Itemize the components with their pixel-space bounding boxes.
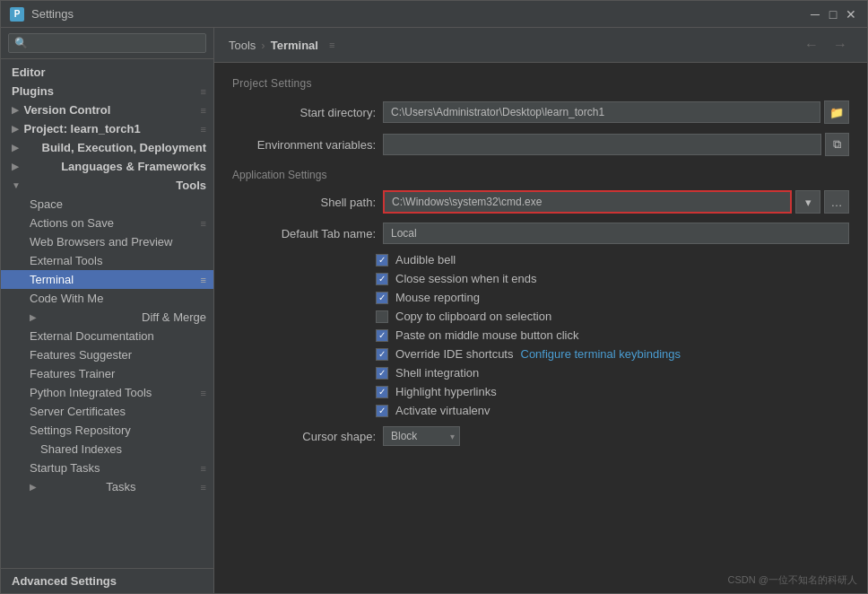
env-variables-input[interactable]: [383, 134, 821, 155]
shell-integration-label: Shell integration: [395, 366, 479, 380]
back-button[interactable]: ←: [799, 35, 824, 55]
shell-path-dropdown-button[interactable]: ▾: [795, 190, 820, 214]
main-content: Editor Plugins ▶ Version Control ≡ ▶ Pro…: [1, 28, 867, 593]
activate-virtualenv-label: Activate virtualenv: [395, 404, 490, 417]
sidebar-item-startup-tasks[interactable]: Startup Tasks: [1, 459, 213, 477]
sidebar-item-editor[interactable]: Editor: [1, 63, 213, 82]
sidebar-item-external-doc[interactable]: External Documentation: [1, 327, 213, 345]
sidebar-item-server-certificates[interactable]: Server Certificates: [1, 402, 213, 421]
activate-virtualenv-row: Activate virtualenv: [232, 404, 849, 417]
cursor-shape-row: Cursor shape: Block Underline Bar ▾: [232, 426, 849, 446]
breadcrumb-bar: Tools › Terminal ≡ ← →: [214, 28, 867, 63]
title-bar-left: P Settings: [10, 7, 74, 22]
audible-bell-label: Audible bell: [395, 253, 456, 266]
maximize-button[interactable]: □: [826, 7, 840, 22]
breadcrumb-parent: Tools: [229, 39, 256, 52]
sidebar-item-tasks[interactable]: ▶ Tasks: [1, 477, 213, 496]
expand-icon: ▶: [30, 482, 37, 492]
mouse-reporting-row: Mouse reporting: [232, 291, 849, 304]
shell-path-row: Shell path: ▾ …: [232, 190, 849, 214]
mouse-reporting-checkbox[interactable]: [376, 292, 388, 304]
search-box: [1, 28, 213, 59]
sidebar-item-plugins[interactable]: Plugins: [1, 82, 213, 100]
nav-arrows: ← →: [799, 35, 853, 55]
cursor-shape-select[interactable]: Block Underline Bar: [383, 426, 460, 446]
breadcrumb-separator: ›: [261, 39, 265, 52]
sidebar-item-settings-repository[interactable]: Settings Repository: [1, 421, 213, 440]
default-tab-label: Default Tab name:: [232, 227, 376, 240]
override-ide-checkbox[interactable]: [376, 348, 388, 361]
paste-middle-label: Paste on middle mouse button click: [395, 328, 579, 342]
window-title: Settings: [31, 7, 74, 21]
sidebar-list: Editor Plugins ▶ Version Control ≡ ▶ Pro…: [1, 59, 213, 568]
right-panel: Tools › Terminal ≡ ← → Project Settings …: [214, 28, 867, 593]
default-tab-input[interactable]: [383, 223, 849, 244]
highlight-hyperlinks-label: Highlight hyperlinks: [395, 385, 497, 398]
sidebar-item-external-tools[interactable]: External Tools: [1, 251, 213, 270]
paste-middle-row: Paste on middle mouse button click: [232, 328, 849, 342]
search-input[interactable]: [8, 33, 206, 53]
highlight-hyperlinks-row: Highlight hyperlinks: [232, 385, 849, 398]
expand-icon: ▶: [12, 162, 19, 171]
sidebar-item-tools[interactable]: ▼ Tools: [1, 176, 213, 195]
close-session-checkbox[interactable]: [376, 273, 388, 285]
sidebar-item-python-integrated[interactable]: Python Integrated Tools: [1, 383, 213, 402]
shell-path-label: Shell path:: [232, 196, 376, 209]
sidebar-item-features-suggester[interactable]: Features Suggester: [1, 345, 213, 364]
audible-bell-checkbox[interactable]: [376, 254, 388, 266]
breadcrumb-current: Terminal: [271, 39, 318, 52]
sidebar-item-languages[interactable]: ▶ Languages & Frameworks: [1, 157, 213, 176]
sidebar-item-diff-merge[interactable]: ▶ Diff & Merge: [1, 308, 213, 327]
configure-keybindings-link[interactable]: Configure terminal keybindings: [521, 347, 681, 361]
sidebar: Editor Plugins ▶ Version Control ≡ ▶ Pro…: [1, 28, 214, 593]
shell-integration-row: Shell integration: [232, 366, 849, 380]
shell-path-input[interactable]: [383, 190, 792, 214]
expand-icon: ▶: [12, 143, 19, 153]
window-controls: ─ □ ✕: [808, 7, 858, 22]
expand-icon-tools: ▼: [12, 180, 21, 190]
copy-clipboard-label: Copy to clipboard on selection: [395, 310, 551, 323]
shell-path-browse-button[interactable]: …: [824, 190, 849, 214]
expand-icon: ▶: [12, 124, 19, 134]
folder-icon: 📁: [829, 106, 844, 119]
sidebar-item-features-trainer[interactable]: Features Trainer: [1, 364, 213, 383]
env-variables-field: ⧉: [383, 133, 849, 156]
close-session-label: Close session when it ends: [395, 272, 537, 285]
start-directory-label: Start directory:: [232, 106, 376, 119]
sidebar-item-actions-on-save[interactable]: Actions on Save: [1, 214, 213, 232]
sidebar-item-project[interactable]: ▶ Project: learn_torch1 ≡: [1, 119, 213, 138]
sidebar-item-code-with-me[interactable]: Code With Me: [1, 289, 213, 308]
sidebar-item-terminal[interactable]: Terminal: [1, 270, 213, 289]
copy-clipboard-checkbox[interactable]: [376, 310, 388, 323]
sidebar-item-build[interactable]: ▶ Build, Execution, Deployment: [1, 138, 213, 157]
sidebar-item-version-control[interactable]: ▶ Version Control ≡: [1, 100, 213, 119]
app-icon: P: [10, 7, 24, 22]
override-ide-row: Override IDE shortcuts Configure termina…: [232, 347, 849, 361]
env-variables-row: Environment variables: ⧉: [232, 133, 849, 156]
breadcrumb: Tools › Terminal ≡: [229, 39, 334, 52]
highlight-hyperlinks-checkbox[interactable]: [376, 386, 388, 398]
sidebar-item-space[interactable]: Space: [1, 195, 213, 214]
close-session-row: Close session when it ends: [232, 272, 849, 285]
activate-virtualenv-checkbox[interactable]: [376, 405, 388, 417]
advanced-settings-label: Advanced Settings: [12, 574, 117, 588]
default-tab-row: Default Tab name:: [232, 223, 849, 244]
sidebar-footer[interactable]: Advanced Settings: [1, 568, 213, 593]
audible-bell-row: Audible bell: [232, 253, 849, 266]
close-button[interactable]: ✕: [844, 7, 858, 22]
start-directory-row: Start directory: 📁: [232, 100, 849, 124]
settings-window: P Settings ─ □ ✕ Editor Plugins ▶ Versio…: [0, 0, 868, 594]
forward-button[interactable]: →: [828, 35, 853, 55]
sidebar-item-web-browsers[interactable]: Web Browsers and Preview: [1, 232, 213, 251]
default-tab-field: [383, 223, 849, 244]
paste-middle-checkbox[interactable]: [376, 329, 388, 342]
override-ide-label: Override IDE shortcuts: [395, 347, 514, 361]
start-directory-browse-button[interactable]: 📁: [824, 100, 849, 124]
start-directory-input[interactable]: [383, 101, 820, 123]
shell-integration-checkbox[interactable]: [376, 367, 388, 380]
sidebar-item-shared-indexes[interactable]: Shared Indexes: [1, 440, 213, 459]
app-settings-title: Application Settings: [232, 169, 849, 181]
app-settings-divider: Application Settings: [232, 169, 849, 181]
minimize-button[interactable]: ─: [808, 7, 822, 22]
env-variables-button[interactable]: ⧉: [825, 133, 849, 156]
